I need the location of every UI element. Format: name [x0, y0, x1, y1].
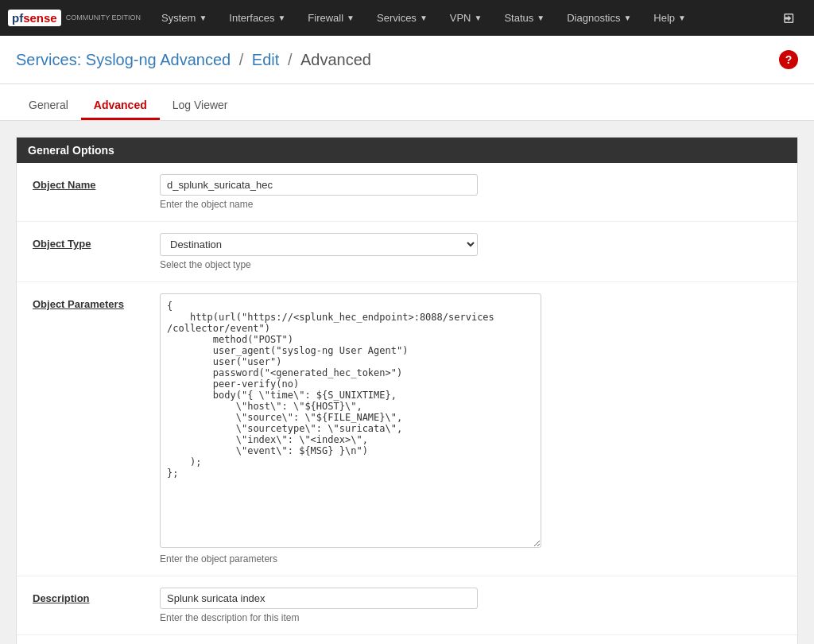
breadcrumb-current: Advanced	[300, 51, 371, 68]
caret-icon: ▼	[537, 14, 545, 22]
caret-icon: ▼	[347, 14, 355, 22]
object-type-hint: Select the object type	[160, 259, 781, 270]
logout-button[interactable]	[773, 0, 806, 36]
description-hint: Enter the description for this item	[160, 612, 781, 623]
caret-icon: ▼	[420, 14, 428, 22]
tab-advanced[interactable]: Advanced	[81, 92, 160, 120]
description-row: Description Enter the description for th…	[17, 576, 797, 635]
nav-status[interactable]: Status ▼	[494, 0, 554, 36]
caret-icon: ▼	[475, 14, 483, 22]
object-name-row: Object Name Enter the object name	[17, 163, 797, 222]
nav-diagnostics[interactable]: Diagnostics ▼	[557, 0, 641, 36]
nav-interfaces[interactable]: Interfaces ▼	[219, 0, 295, 36]
caret-icon: ▼	[199, 14, 207, 22]
object-parameters-wrap: { http(url("https://<splunk_hec_endpoint…	[160, 293, 781, 564]
general-options-panel: General Options Object Name Enter the ob…	[16, 137, 798, 644]
nav-system[interactable]: System ▼	[152, 0, 216, 36]
breadcrumb: Services: Syslog-ng Advanced / Edit / Ad…	[16, 51, 371, 69]
object-parameters-hint: Enter the object parameters	[160, 553, 781, 564]
object-name-label: Object Name	[33, 174, 160, 191]
description-input[interactable]	[160, 588, 478, 609]
object-parameters-textarea[interactable]: { http(url("https://<splunk_hec_endpoint…	[160, 293, 541, 548]
nav-firewall[interactable]: Firewall ▼	[298, 0, 364, 36]
breadcrumb-sep1: /	[239, 51, 248, 68]
object-type-label: Object Type	[33, 233, 160, 250]
object-type-wrap: Source Destination Filter Log Template P…	[160, 233, 781, 270]
breadcrumb-part1: Services: Syslog-ng Advanced	[16, 51, 231, 68]
tabs-bar: General Advanced Log Viewer	[0, 84, 814, 121]
nav-help[interactable]: Help ▼	[644, 0, 696, 36]
object-name-input[interactable]	[160, 174, 478, 196]
edition-label: COMMUNITY EDITION	[66, 14, 141, 22]
breadcrumb-sep2: /	[288, 51, 297, 68]
object-type-row: Object Type Source Destination Filter Lo…	[17, 222, 797, 282]
nav-vpn[interactable]: VPN ▼	[440, 0, 492, 36]
breadcrumb-part2: Edit	[252, 51, 279, 68]
object-name-wrap: Enter the object name	[160, 174, 781, 210]
description-wrap: Enter the description for this item	[160, 588, 781, 623]
object-parameters-row: Object Parameters { http(url("https://<s…	[17, 282, 797, 576]
brand: pfsense COMMUNITY EDITION	[8, 10, 141, 26]
top-navbar: pfsense COMMUNITY EDITION System ▼ Inter…	[0, 0, 814, 36]
action-row: Save	[17, 635, 797, 644]
nav-services[interactable]: Services ▼	[367, 0, 437, 36]
panel-body: Object Name Enter the object name Object…	[17, 163, 797, 644]
caret-icon: ▼	[277, 14, 285, 22]
pfsense-logo: pfsense	[8, 10, 61, 26]
tab-general[interactable]: General	[16, 92, 81, 120]
caret-icon: ▼	[623, 14, 631, 22]
navbar-right	[773, 0, 806, 36]
object-parameters-label: Object Parameters	[33, 293, 160, 310]
page-content: General Options Object Name Enter the ob…	[0, 121, 814, 644]
object-name-hint: Enter the object name	[160, 199, 781, 210]
sign-out-icon	[782, 11, 797, 25]
help-button[interactable]: ?	[779, 50, 798, 69]
description-label: Description	[33, 588, 160, 604]
tab-log-viewer[interactable]: Log Viewer	[160, 92, 241, 120]
caret-icon: ▼	[678, 14, 686, 22]
breadcrumb-bar: Services: Syslog-ng Advanced / Edit / Ad…	[0, 36, 814, 84]
panel-title: General Options	[17, 138, 797, 163]
object-type-select[interactable]: Source Destination Filter Log Template P…	[160, 233, 478, 256]
